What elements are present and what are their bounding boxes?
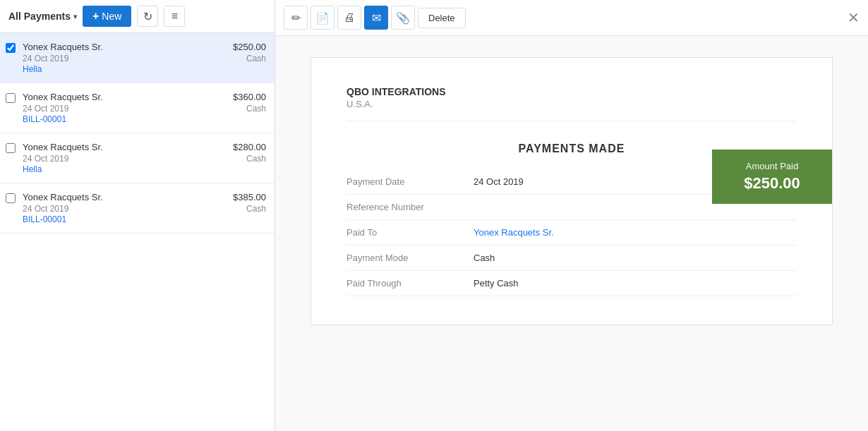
item-name: Yonex Racquets Sr. [23,142,233,152]
item-right: $280.00 Cash [233,142,266,164]
item-amount: $385.00 [233,192,266,202]
refresh-icon: ↻ [143,10,152,23]
field-label: Payment Mode [346,253,474,263]
field-value: Cash [474,253,495,263]
item-content: Yonex Racquets Sr. 24 Oct 2019 BILL-0000… [23,192,233,224]
right-toolbar: ✏ 📄 🖨 ✉ 📎 Delete ✕ [275,0,868,36]
close-icon: ✕ [848,10,860,25]
field-label: Paid Through [346,278,474,289]
item-checkbox[interactable] [6,43,16,53]
field-label: Reference Number [346,202,474,212]
company-name: QBO INTEGRATIONS [346,86,797,97]
field-row: Paid Through Petty Cash [346,271,797,296]
new-button-label: New [102,11,121,22]
print-button[interactable]: 🖨 [337,6,361,30]
item-name: Yonex Racquets Sr. [23,42,233,52]
item-ref: BILL-00001 [23,114,233,124]
payment-item[interactable]: Yonex Racquets Sr. 24 Oct 2019 Hella $25… [0,33,275,83]
close-button[interactable]: ✕ [848,9,860,26]
pdf-button[interactable]: 📄 [311,6,334,30]
item-mode: Cash [233,54,266,63]
item-name: Yonex Racquets Sr. [23,92,233,102]
pdf-icon: 📄 [315,11,330,25]
right-panel: ✏ 📄 🖨 ✉ 📎 Delete ✕ QBO INTEGRATIONS U.S.… [275,0,868,431]
payment-list: Yonex Racquets Sr. 24 Oct 2019 Hella $25… [0,33,275,431]
payment-item[interactable]: Yonex Racquets Sr. 24 Oct 2019 BILL-0000… [0,83,275,133]
item-date: 24 Oct 2019 [23,54,233,63]
email-icon: ✉ [372,11,381,25]
item-date: 24 Oct 2019 [23,204,233,214]
email-button[interactable]: ✉ [364,6,388,30]
left-panel: All Payments ▾ + New ↻ ≡ Yonex Racquets … [0,0,275,431]
divider [346,121,797,121]
attach-button[interactable]: 📎 [391,6,415,30]
edit-button[interactable]: ✏ [284,6,308,30]
chevron-down-icon: ▾ [73,13,77,20]
field-label: Payment Date [346,176,474,187]
item-amount: $250.00 [233,42,266,52]
right-content: QBO INTEGRATIONS U.S.A. PAYMENTS MADE Am… [275,36,868,431]
item-date: 24 Oct 2019 [23,104,233,114]
refresh-button[interactable]: ↻ [137,6,158,27]
item-content: Yonex Racquets Sr. 24 Oct 2019 BILL-0000… [23,92,233,124]
item-content: Yonex Racquets Sr. 24 Oct 2019 Hella [23,142,233,174]
item-right: $250.00 Cash [233,42,266,63]
field-value[interactable]: Yonex Racquets Sr. [474,227,554,238]
all-payments-label: All Payments [8,11,71,22]
amount-badge: Amount Paid $250.00 [712,150,832,204]
amount-badge-value: $250.00 [729,174,815,193]
delete-button[interactable]: Delete [418,8,466,28]
field-value: 24 Oct 2019 [474,176,524,187]
item-checkbox[interactable] [6,193,16,203]
payment-item[interactable]: Yonex Racquets Sr. 24 Oct 2019 Hella $28… [0,133,275,183]
print-icon: 🖨 [344,11,355,24]
payment-item[interactable]: Yonex Racquets Sr. 24 Oct 2019 BILL-0000… [0,183,275,233]
item-date: 24 Oct 2019 [23,154,233,164]
all-payments-dropdown[interactable]: All Payments ▾ [8,11,77,22]
item-checkbox[interactable] [6,143,16,153]
item-right: $360.00 Cash [233,92,266,114]
item-amount: $280.00 [233,142,266,152]
item-ref: Hella [23,164,233,174]
field-label: Paid To [346,227,474,238]
document-container: QBO INTEGRATIONS U.S.A. PAYMENTS MADE Am… [311,57,833,325]
item-name: Yonex Racquets Sr. [23,192,233,202]
paperclip-icon: 📎 [396,11,410,25]
item-mode: Cash [233,104,266,114]
field-value: Petty Cash [474,278,519,289]
item-right: $385.00 Cash [233,192,266,214]
pencil-icon: ✏ [291,11,301,25]
menu-button[interactable]: ≡ [164,6,185,27]
company-country: U.S.A. [346,99,797,109]
plus-icon: + [92,10,99,23]
field-row: Paid To Yonex Racquets Sr. [346,220,797,245]
item-mode: Cash [233,204,266,214]
amount-badge-label: Amount Paid [729,161,815,171]
item-ref: BILL-00001 [23,214,233,224]
item-ref: Hella [23,64,233,74]
left-header: All Payments ▾ + New ↻ ≡ [0,0,275,33]
item-content: Yonex Racquets Sr. 24 Oct 2019 Hella [23,42,233,74]
new-button[interactable]: + New [83,6,131,27]
item-mode: Cash [233,154,266,164]
field-row: Payment Mode Cash [346,245,797,271]
hamburger-icon: ≡ [171,10,178,23]
item-checkbox[interactable] [6,93,16,103]
item-amount: $360.00 [233,92,266,102]
